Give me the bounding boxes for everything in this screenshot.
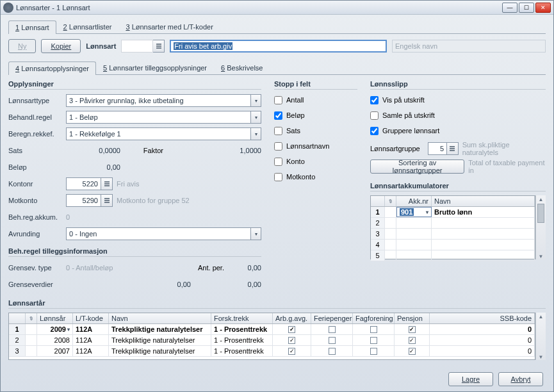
- stopp-4-checkbox[interactable]: [274, 158, 282, 166]
- grenseverdier-label: Grenseverdier: [8, 281, 66, 288]
- akk-row[interactable]: 2: [371, 218, 535, 229]
- english-name-input[interactable]: Engelsk navn: [392, 40, 546, 53]
- list-icon: [104, 181, 110, 187]
- yr-scrollbar[interactable]: ▲▼: [535, 313, 546, 360]
- konto-picker[interactable]: [101, 177, 113, 190]
- yr-row[interactable]: 22008112ATrekkpliktige naturalytelser1 -…: [9, 335, 535, 346]
- tab-lonnsart[interactable]: 1 Lønnsart: [8, 20, 56, 34]
- ber-select[interactable]: [66, 127, 251, 140]
- checkbox-cell[interactable]: [329, 337, 336, 344]
- slip-0-label: Vis på utskrift: [382, 96, 425, 104]
- yr-row[interactable]: 32007112ATrekkpliktige naturalytelser1 -…: [9, 346, 535, 357]
- lonnsart-code-input[interactable]: [121, 40, 153, 53]
- lonnsart-name-input[interactable]: Fri avis bet arb.giv: [170, 40, 387, 53]
- akk-scrollbar[interactable]: ▲▼: [535, 195, 546, 259]
- stopp-0-checkbox[interactable]: [274, 96, 282, 104]
- chevron-down-icon[interactable]: ▾: [426, 209, 428, 215]
- checkbox-cell[interactable]: [370, 326, 377, 333]
- checkbox-cell[interactable]: [329, 348, 336, 355]
- lonnsart-picker-button[interactable]: [153, 40, 165, 53]
- tab-lonnsartlister[interactable]: 2 Lønnsartlister: [56, 20, 119, 33]
- type-dropdown-button[interactable]: [251, 94, 261, 107]
- lonnsart-label: Lønnsart: [86, 42, 116, 50]
- grenseverdier-v2: 0,00: [229, 281, 261, 288]
- yr-col-fag[interactable]: Fagforening: [353, 313, 395, 323]
- beh-dropdown-button[interactable]: [251, 111, 261, 124]
- yr-col-pen[interactable]: Pensjon: [395, 313, 430, 323]
- close-button[interactable]: ✕: [535, 3, 551, 13]
- faktor-value: 1,0000: [168, 147, 261, 154]
- new-button[interactable]: Ny: [8, 39, 36, 53]
- checkbox-cell[interactable]: [370, 337, 377, 344]
- bra-value: 0: [66, 213, 70, 221]
- slip-1-label: Samle på utskrift: [382, 111, 435, 119]
- yr-row[interactable]: 12009 ▾112ATrekkpliktige naturalytelser1…: [9, 324, 535, 335]
- beh-select[interactable]: [66, 111, 251, 124]
- checkbox-cell[interactable]: [329, 326, 336, 333]
- stopp-3-label: Lønnsartnavn: [286, 142, 329, 150]
- akk-col-navn[interactable]: Navn: [432, 196, 535, 206]
- tab-lonnsarter-lt[interactable]: 3 Lønnsarter med L/T-koder: [118, 20, 220, 33]
- save-button[interactable]: Lagre: [448, 372, 493, 386]
- konto-input[interactable]: [66, 177, 101, 190]
- type-label: Lønnsarttype: [8, 97, 66, 104]
- lonnsartgruppe-picker[interactable]: [447, 142, 459, 155]
- sortering-button[interactable]: Sortering av lønnsartgrupper: [370, 159, 464, 174]
- stopp-5-checkbox[interactable]: [274, 173, 282, 181]
- akk-row[interactable]: 4: [371, 240, 535, 250]
- stopp-4-label: Konto: [286, 158, 305, 165]
- subtab-opplysninger[interactable]: 4 Lønnsartopplysninger: [8, 61, 96, 75]
- lonnsartgruppe-input[interactable]: [428, 142, 447, 155]
- akk-grid[interactable]: Akk.nr Navn 1901▾Brutto lønn2345: [370, 195, 535, 259]
- motkonto-helper: Motkonto for gruppe 52: [117, 197, 190, 204]
- titlebar[interactable]: Lønnsarter - 1 Lønnsart — ☐ ✕: [1, 1, 553, 15]
- antper-value: 0,00: [229, 264, 261, 272]
- stopp-1-checkbox[interactable]: [274, 111, 282, 120]
- window-title: Lønnsarter - 1 Lønnsart: [16, 4, 502, 12]
- list-icon: [449, 145, 455, 152]
- stopp-2-checkbox[interactable]: [274, 127, 282, 135]
- stopp-3-checkbox[interactable]: [274, 142, 282, 151]
- grensev-type-label: Grensev. type: [8, 264, 66, 272]
- minimize-button[interactable]: —: [502, 3, 517, 13]
- ber-dropdown-button[interactable]: [251, 127, 261, 140]
- checkbox-cell[interactable]: ✓: [409, 326, 416, 333]
- motkonto-picker[interactable]: [101, 194, 113, 207]
- yr-col-forsk[interactable]: Forsk.trekk: [211, 313, 273, 323]
- lonnsslipp-heading: Lønnsslipp: [370, 80, 546, 90]
- type-select[interactable]: [66, 94, 251, 107]
- slip-2-checkbox[interactable]: [370, 127, 379, 135]
- chevron-down-icon[interactable]: ▾: [67, 327, 70, 332]
- konto-label: Kontonr: [8, 180, 66, 188]
- checkbox-cell[interactable]: ✓: [288, 326, 295, 333]
- akk-row[interactable]: 3: [371, 229, 535, 240]
- subtab-tillegg[interactable]: 5 Lønnsarter tilleggsopplysninger: [96, 61, 214, 74]
- attachment-icon: [28, 314, 35, 321]
- cancel-button[interactable]: Avbryt: [498, 372, 543, 386]
- yr-col-fer[interactable]: Feriepenger: [311, 313, 353, 323]
- subtab-beskrivelse[interactable]: 6 Beskrivelse: [214, 61, 270, 74]
- checkbox-cell[interactable]: [370, 348, 377, 355]
- slip-0-checkbox[interactable]: [370, 96, 379, 104]
- yr-col-arb[interactable]: Arb.g.avg.: [273, 313, 311, 323]
- avr-select[interactable]: [66, 227, 251, 240]
- avr-dropdown-button[interactable]: [251, 227, 261, 240]
- maximize-button[interactable]: ☐: [519, 3, 534, 13]
- checkbox-cell[interactable]: ✓: [409, 337, 416, 344]
- checkbox-cell[interactable]: ✓: [409, 348, 416, 355]
- checkbox-cell[interactable]: ✓: [288, 337, 295, 344]
- yr-grid[interactable]: Lønnsår L/T-kode Navn Forsk.trekk Arb.g.…: [8, 313, 535, 360]
- window: Lønnsarter - 1 Lønnsart — ☐ ✕ 1 Lønnsart…: [0, 0, 554, 392]
- slip-1-checkbox[interactable]: [370, 111, 379, 120]
- motkonto-input[interactable]: [66, 194, 101, 207]
- copy-button[interactable]: Kopier: [41, 39, 81, 53]
- akk-row[interactable]: 1901▾Brutto lønn: [371, 207, 535, 218]
- yr-col-navn[interactable]: Navn: [109, 313, 211, 323]
- checkbox-cell[interactable]: ✓: [288, 348, 295, 355]
- akk-col-nr[interactable]: Akk.nr: [396, 196, 432, 206]
- motkonto-label: Motkonto: [8, 197, 66, 204]
- yr-col-lt[interactable]: L/T-kode: [73, 313, 109, 323]
- yr-col-ssb[interactable]: SSB-kode: [430, 313, 535, 323]
- yr-col-ar[interactable]: Lønnsår: [37, 313, 73, 323]
- akk-row[interactable]: 5: [371, 250, 535, 261]
